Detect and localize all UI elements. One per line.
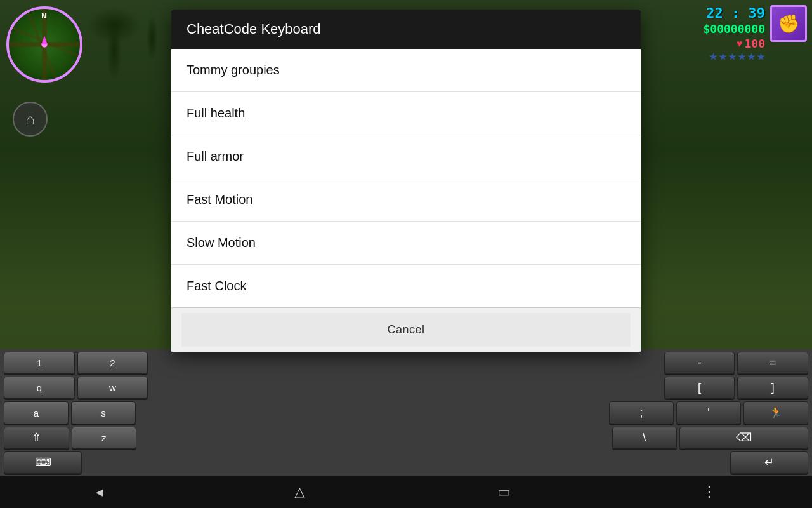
cheat-item-full-health[interactable]: Full health xyxy=(171,92,641,135)
dialog-overlay: CheatCode Keyboard Tommy groupiesFull he… xyxy=(0,0,812,476)
cancel-button[interactable]: Cancel xyxy=(181,313,631,347)
navigation-bar: ◂ △ ▭ ⋮ xyxy=(0,476,812,508)
cheatcode-dialog: CheatCode Keyboard Tommy groupiesFull he… xyxy=(171,10,641,352)
nav-home-icon[interactable]: △ xyxy=(294,484,305,500)
dialog-body: Tommy groupiesFull healthFull armorFast … xyxy=(171,49,641,307)
cheat-item-fast-clock[interactable]: Fast Clock xyxy=(171,265,641,307)
nav-recent-icon[interactable]: ▭ xyxy=(497,484,511,500)
dialog-title: CheatCode Keyboard xyxy=(187,21,321,37)
cheat-item-tommy-groupies[interactable]: Tommy groupies xyxy=(171,49,641,92)
nav-more-icon[interactable]: ⋮ xyxy=(702,484,716,500)
cheat-item-fast-motion[interactable]: Fast Motion xyxy=(171,178,641,222)
dialog-footer: Cancel xyxy=(171,307,641,352)
cheat-item-full-armor[interactable]: Full armor xyxy=(171,135,641,178)
dialog-title-bar: CheatCode Keyboard xyxy=(171,10,641,49)
nav-back-icon[interactable]: ◂ xyxy=(96,484,103,500)
cheat-item-slow-motion[interactable]: Slow Motion xyxy=(171,222,641,265)
